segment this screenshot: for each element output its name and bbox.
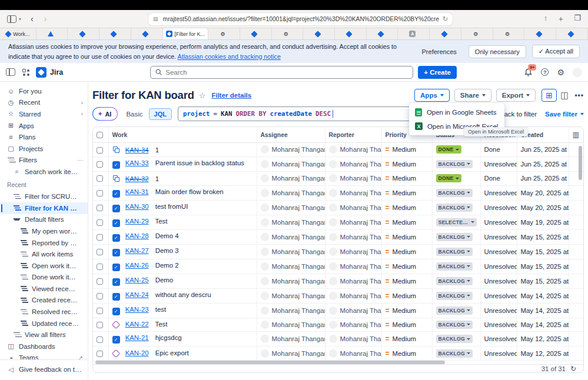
- select-all-checkbox[interactable]: [97, 132, 103, 138]
- work-item-key-link[interactable]: KAN-22: [125, 321, 149, 328]
- work-item-key-link[interactable]: KAN-32: [125, 175, 149, 182]
- browser-tab[interactable]: [131, 28, 163, 39]
- sidebar-item[interactable]: ◷ Recent ›: [0, 97, 88, 109]
- help-icon[interactable]: ?: [541, 68, 549, 76]
- accept-all-button[interactable]: ✓ Accept all: [532, 45, 580, 58]
- only-necessary-button[interactable]: Only necessary: [469, 45, 526, 58]
- export-button[interactable]: Export: [496, 89, 536, 102]
- apps-menu-item[interactable]: Open in Google Sheets: [409, 105, 504, 119]
- sidebar-item[interactable]: ⌕ Search work items: [0, 166, 88, 178]
- sidebar-item[interactable]: Filter for KAN board: [0, 202, 88, 214]
- work-item-summary[interactable]: test: [155, 306, 166, 313]
- browser-tab[interactable]: [556, 28, 588, 39]
- ai-button[interactable]: ✦ AI: [92, 107, 118, 121]
- table-row[interactable]: KAN-21 hjcgsdcg Mohanraj Thangamut... Mo…: [93, 332, 584, 346]
- column-config-icon[interactable]: ▥: [573, 131, 579, 139]
- work-item-key-link[interactable]: KAN-34: [125, 146, 149, 154]
- vertical-scrollbar[interactable]: [579, 146, 582, 180]
- sidebar-item[interactable]: ▢ Projects: [0, 143, 88, 155]
- status-badge[interactable]: DONE: [436, 145, 461, 154]
- work-item-summary[interactable]: without any descru: [155, 291, 211, 298]
- status-badge[interactable]: BACKLOG: [436, 292, 473, 300]
- column-header-assignee[interactable]: Assignee: [257, 127, 325, 143]
- browser-tab[interactable]: ⚙: [493, 28, 525, 39]
- browser-tab[interactable]: [335, 28, 367, 39]
- settings-gear-icon[interactable]: ⚙: [557, 68, 564, 77]
- sidebar-item[interactable]: Recent: [0, 179, 88, 191]
- sidebar-item[interactable]: Filters ···: [0, 155, 88, 166]
- browser-tab[interactable]: ⚙: [208, 28, 240, 39]
- row-checkbox[interactable]: [97, 264, 103, 270]
- status-badge[interactable]: BACKLOG: [436, 233, 473, 241]
- status-badge[interactable]: BACKLOG: [436, 335, 473, 343]
- work-item-summary[interactable]: Parent issue in backlog status: [155, 159, 244, 166]
- work-item-summary[interactable]: Demo: [155, 276, 173, 284]
- browser-tab[interactable]: [36, 28, 68, 39]
- work-item-key-link[interactable]: KAN-28: [125, 232, 149, 239]
- user-avatar[interactable]: [573, 68, 582, 77]
- cookie-notice-link[interactable]: Atlassian cookies and tracking notice: [178, 53, 281, 60]
- status-badge[interactable]: BACKLOG: [436, 189, 473, 197]
- new-tab-icon[interactable]: ＋: [557, 14, 564, 24]
- work-item-key-link[interactable]: KAN-27: [125, 247, 149, 254]
- row-checkbox[interactable]: [97, 190, 103, 196]
- apps-button[interactable]: Apps: [414, 89, 450, 102]
- sidebar-item[interactable]: Viewed recently: [0, 283, 88, 295]
- column-header-reporter[interactable]: Reporter: [325, 127, 381, 143]
- browser-tab[interactable]: [430, 28, 461, 39]
- row-checkbox[interactable]: [97, 278, 103, 285]
- sidebar-item[interactable]: ☆ Starred ›: [0, 108, 88, 120]
- row-checkbox[interactable]: [97, 308, 103, 314]
- sidebar-item[interactable]: Updated recently: [0, 318, 88, 329]
- browser-tab[interactable]: ⚙: [461, 28, 493, 39]
- browser-tab[interactable]: [99, 28, 131, 39]
- column-header-work[interactable]: Work: [108, 127, 257, 143]
- row-checkbox[interactable]: [97, 219, 103, 226]
- row-checkbox[interactable]: [97, 161, 103, 168]
- status-badge[interactable]: BACKLOG: [436, 306, 473, 315]
- favorite-star-icon[interactable]: ☆: [199, 91, 206, 100]
- table-row[interactable]: KAN-27 Demo 3 Mohanraj Thangamut... Moha…: [93, 244, 584, 259]
- row-checkbox[interactable]: [97, 249, 103, 255]
- table-row[interactable]: KAN-30 test fromUI Mohanraj Thangamut...…: [93, 200, 584, 215]
- sidebar-item[interactable]: Created recently: [0, 295, 88, 306]
- preferences-button[interactable]: Preferences: [416, 46, 463, 58]
- jira-logo[interactable]: [36, 67, 46, 78]
- browser-sidebar-toggle-icon[interactable]: [7, 15, 16, 23]
- work-item-key-link[interactable]: KAN-26: [125, 262, 149, 269]
- row-checkbox[interactable]: [97, 205, 103, 211]
- work-item-key-link[interactable]: KAN-25: [125, 276, 149, 284]
- global-search[interactable]: [150, 66, 413, 79]
- row-checkbox[interactable]: [97, 351, 103, 357]
- sidebar-item[interactable]: ☺ For you: [0, 85, 88, 97]
- status-badge[interactable]: BACKLOG: [436, 321, 473, 329]
- page-settings-icon[interactable]: ▤: [153, 16, 158, 22]
- status-badge[interactable]: BACKLOG: [436, 349, 473, 358]
- work-item-summary[interactable]: Main order flow broken: [155, 188, 224, 195]
- table-row[interactable]: KAN-29 Test Mohanraj Thangamut... Mohanr…: [93, 215, 584, 229]
- create-button[interactable]: + Create: [418, 66, 457, 79]
- status-badge[interactable]: SELECTED FOR DE...: [436, 218, 477, 226]
- work-item-summary[interactable]: test fromUI: [155, 203, 188, 210]
- row-checkbox[interactable]: [97, 234, 103, 241]
- row-checkbox[interactable]: [97, 175, 103, 182]
- work-item-summary[interactable]: Demo 3: [155, 247, 179, 254]
- work-item-summary[interactable]: hjcgsdcg: [155, 334, 182, 341]
- work-item-summary[interactable]: 1: [155, 146, 159, 154]
- status-badge[interactable]: BACKLOG: [436, 248, 473, 256]
- browser-forward-icon[interactable]: ›: [44, 14, 47, 24]
- sidebar-item[interactable]: Filter for SCRUM bo...: [0, 191, 88, 202]
- work-item-key-link[interactable]: KAN-29: [125, 218, 149, 225]
- sidebar-item-feedback[interactable]: ◁ Give feedback on the n...: [0, 364, 88, 375]
- work-item-summary[interactable]: Test: [155, 321, 168, 328]
- url-text[interactable]: mrajtest50.atlassian.net/issues/?filter=…: [163, 16, 439, 22]
- share-page-icon[interactable]: ↑: [544, 14, 548, 24]
- table-row[interactable]: KAN-32 1 Mohanraj Thangamut... Mohanraj …: [93, 171, 584, 185]
- work-item-summary[interactable]: Test: [155, 218, 168, 225]
- detail-view-toggle-icon[interactable]: ◫: [559, 90, 570, 101]
- table-row[interactable]: KAN-31 Main order flow broken Mohanraj T…: [93, 185, 584, 200]
- status-badge[interactable]: BACKLOG: [436, 277, 473, 285]
- address-bar[interactable]: ▤ mrajtest50.atlassian.net/issues/?filte…: [148, 13, 453, 25]
- sidebar-item[interactable]: All work items: [0, 248, 88, 260]
- sidebar-item[interactable]: Open work items: [0, 260, 88, 272]
